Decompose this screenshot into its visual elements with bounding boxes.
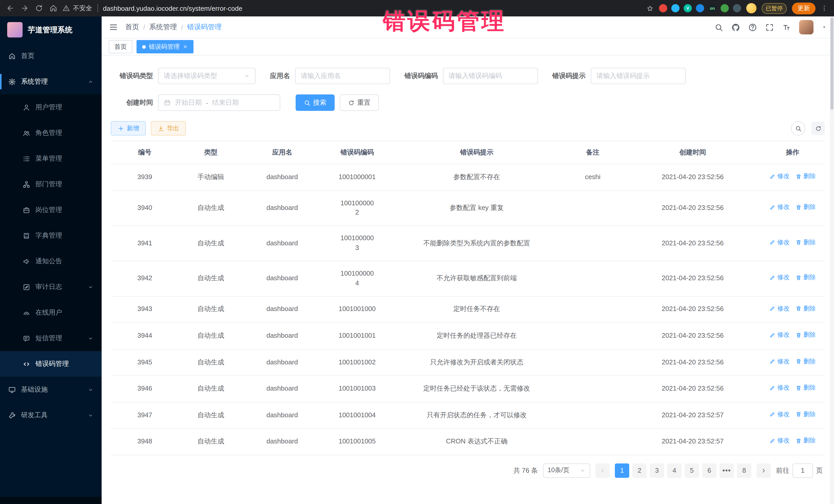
edit-link[interactable]: 修改 — [770, 410, 790, 419]
sidebar-item-9[interactable]: 审计日志 — [0, 274, 102, 300]
app-name-input[interactable]: 请输入应用名 — [295, 68, 390, 84]
fullscreen-icon[interactable] — [765, 23, 774, 31]
pin-ext-icon[interactable] — [733, 4, 741, 12]
cell-msg: 只有开启状态的任务，才可以修改 — [393, 402, 561, 428]
tab-0[interactable]: 首页 — [109, 40, 132, 53]
security-indicator[interactable]: 不安全 — [63, 4, 92, 13]
github-icon[interactable] — [731, 23, 740, 31]
caret-down-icon[interactable] — [822, 25, 827, 30]
browser-profile-avatar[interactable] — [746, 3, 756, 13]
edit-link[interactable]: 修改 — [770, 304, 790, 313]
delete-link[interactable]: 删除 — [796, 172, 816, 181]
sidebar-item-11[interactable]: 短信管理 — [0, 325, 102, 351]
reset-button[interactable]: 重置 — [340, 94, 379, 111]
goto-page-input[interactable]: 1 — [792, 463, 813, 478]
bookmark-star-icon[interactable] — [646, 4, 654, 12]
page-button-2[interactable]: 2 — [632, 463, 647, 478]
sidebar-logo-row[interactable]: 芋道管理系统 — [0, 17, 102, 43]
sidebar-item-1[interactable]: 系统管理 — [0, 69, 102, 94]
delete-link[interactable]: 删除 — [796, 304, 816, 313]
error-code-input[interactable]: 请输入错误码编码 — [443, 68, 538, 84]
delete-link[interactable]: 删除 — [796, 203, 816, 212]
leaf-ext-icon[interactable] — [721, 4, 729, 12]
forward-icon[interactable] — [21, 4, 29, 12]
page-button-8[interactable]: 8 — [737, 463, 751, 478]
url-text[interactable]: dashboard.yudao.iocoder.cn/system/error-… — [103, 4, 242, 12]
page-button-1[interactable]: 1 — [615, 463, 629, 478]
question-icon[interactable] — [748, 23, 757, 31]
tab-1[interactable]: 错误码管理 — [136, 40, 194, 53]
export-button[interactable]: 导出 — [151, 121, 186, 135]
delete-link[interactable]: 删除 — [796, 238, 816, 247]
page-button-5[interactable]: 5 — [685, 463, 699, 478]
chevron-down-icon — [88, 412, 93, 418]
on-switch-ext-icon[interactable]: on — [708, 4, 717, 12]
sidebar-item-12[interactable]: 错误码管理 — [0, 351, 102, 377]
next-page-button[interactable] — [756, 463, 771, 478]
sidebar-item-8[interactable]: 通知公告 — [0, 248, 102, 274]
sidebar-item-10[interactable]: 在线用户 — [0, 300, 102, 325]
edit-link[interactable]: 修改 — [770, 172, 790, 181]
sidebar-item-label: 研发工具 — [21, 411, 48, 420]
delete-link[interactable]: 删除 — [796, 330, 816, 339]
edit-link[interactable]: 修改 — [770, 357, 790, 366]
edit-link[interactable]: 修改 — [770, 273, 790, 282]
page-button-4[interactable]: 4 — [667, 463, 682, 478]
toggle-search-button[interactable] — [791, 121, 805, 135]
browser-menu-icon[interactable] — [821, 5, 828, 12]
delete-link[interactable]: 删除 — [796, 384, 816, 392]
search-button[interactable]: 搜索 — [295, 94, 335, 111]
drop-ext-icon[interactable] — [671, 4, 680, 12]
fontsize-icon[interactable] — [782, 23, 791, 31]
reload-icon[interactable] — [35, 4, 43, 12]
more-pages-button[interactable]: ••• — [720, 463, 734, 478]
error-msg-input[interactable]: 请输入错误码提示 — [591, 68, 686, 84]
cell-actions: 修改删除 — [761, 296, 825, 323]
delete-link-label: 删除 — [804, 357, 816, 366]
error-type-select[interactable]: 请选择错误码类型 — [158, 68, 256, 84]
sidebar-item-5[interactable]: 部门管理 — [0, 171, 102, 197]
edit-link[interactable]: 修改 — [770, 384, 790, 392]
prev-page-button[interactable] — [595, 463, 610, 478]
delete-link[interactable]: 删除 — [796, 273, 816, 282]
browser-update-button[interactable]: 更新 — [792, 2, 815, 14]
page-button-6[interactable]: 6 — [702, 463, 717, 478]
red-circle-ext-icon[interactable] — [659, 4, 667, 12]
sidebar-item-3[interactable]: 角色管理 — [0, 120, 102, 146]
page-button-3[interactable]: 3 — [650, 463, 664, 478]
delete-link[interactable]: 删除 — [796, 437, 816, 445]
sidebar-item-6[interactable]: 岗位管理 — [0, 197, 102, 223]
delete-link[interactable]: 删除 — [796, 410, 816, 419]
collapse-menu-icon[interactable] — [109, 23, 118, 32]
delete-link[interactable]: 删除 — [796, 357, 816, 366]
close-icon[interactable] — [183, 44, 188, 49]
user-avatar[interactable] — [799, 20, 813, 35]
sidebar-item-14[interactable]: 研发工具 — [0, 402, 102, 428]
v-badge-ext-icon[interactable]: V — [684, 4, 692, 12]
sidebar-item-4[interactable]: 菜单管理 — [0, 146, 102, 171]
date-range-input[interactable]: 开始日期 - 结束日期 — [158, 94, 280, 111]
scrollbar-thumb[interactable] — [830, 18, 833, 110]
scrollbar[interactable] — [830, 17, 834, 504]
sidebar-item-7[interactable]: 字典管理 — [0, 223, 102, 248]
edit-link[interactable]: 修改 — [770, 203, 790, 212]
refresh-table-button[interactable] — [811, 122, 825, 135]
sidebar-item-13[interactable]: 基础设施 — [0, 377, 102, 402]
edit-link[interactable]: 修改 — [770, 238, 790, 247]
breadcrumb-item-2[interactable]: 错误码管理 — [187, 23, 222, 32]
back-icon[interactable] — [6, 4, 14, 12]
trash-icon — [796, 275, 802, 281]
grid-ext-icon[interactable] — [696, 4, 704, 12]
error-msg-placeholder: 请输入错误码提示 — [596, 71, 650, 81]
sidebar-item-0[interactable]: 首页 — [0, 43, 102, 69]
edit-link[interactable]: 修改 — [770, 330, 790, 339]
add-button[interactable]: 新增 — [111, 121, 146, 135]
org-icon — [23, 180, 30, 188]
breadcrumb-item-0[interactable]: 首页 — [125, 23, 139, 32]
page-size-select[interactable]: 10条/页 — [543, 463, 590, 478]
home-icon[interactable] — [49, 4, 58, 12]
search-icon[interactable] — [715, 23, 723, 31]
edit-link[interactable]: 修改 — [770, 437, 790, 445]
sidebar-item-2[interactable]: 用户管理 — [0, 94, 102, 120]
breadcrumb-item-1[interactable]: 系统管理 — [149, 23, 177, 32]
